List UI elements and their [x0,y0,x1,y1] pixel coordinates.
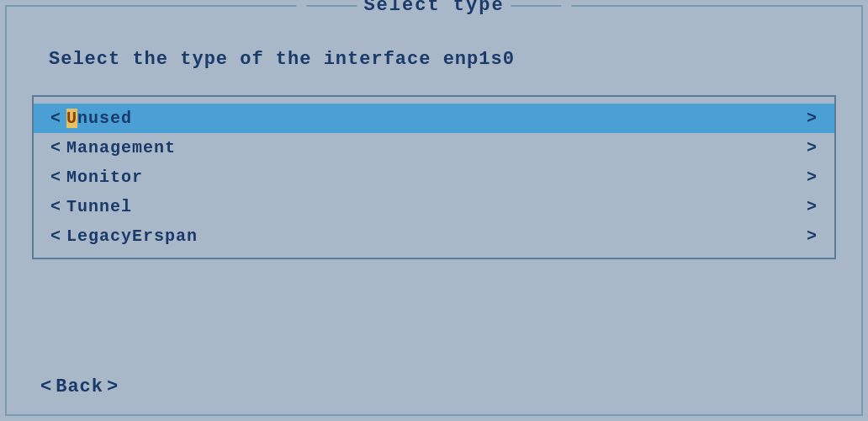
chevron-left-icon: < [50,138,61,157]
list-item-monitor-left: < Monitor [50,168,143,187]
list-item-tunnel[interactable]: < Tunnel > [34,192,834,221]
chevron-left-icon: < [50,197,61,216]
title-line-right [511,5,562,7]
list-item-unused[interactable]: < Unused > [34,104,834,133]
title-bar: Select type [296,0,571,16]
chevron-right-icon: > [807,226,818,246]
list-item-management-left: < Management [50,138,176,157]
item-label-legacyerspan: LegacyErspan [66,226,198,246]
item-label-monitor: Monitor [66,168,143,187]
dialog-title: Select type [363,0,504,16]
subtitle-text: Select the type of the interface enp1s0 [49,49,515,70]
item-label-management: Management [66,138,176,157]
item-label-rest: nused [77,109,132,128]
back-chevron-right: > [107,376,119,397]
chevron-left-icon: < [50,168,61,187]
back-button[interactable]: < Back > [40,376,119,397]
list-item-tunnel-left: < Tunnel [50,197,132,216]
chevron-right-icon: > [807,197,818,216]
highlight-char: U [66,109,77,128]
chevron-left-icon: < [50,109,61,128]
main-container: Select type Select the type of the inter… [5,5,863,416]
title-line-left [306,5,357,7]
list-item-legacyerspan-left: < LegacyErspan [50,226,198,246]
chevron-left-icon: < [50,226,61,246]
list-item-monitor[interactable]: < Monitor > [34,163,834,192]
chevron-right-icon: > [807,138,818,157]
list-item-legacyerspan[interactable]: < LegacyErspan > [34,221,834,251]
chevron-right-icon: > [807,168,818,187]
item-label-unused: Unused [66,109,132,128]
list-item-management[interactable]: < Management > [34,133,834,163]
item-label-tunnel: Tunnel [66,197,132,216]
type-list: < Unused > < Management > < Monitor > [32,95,836,259]
list-item-unused-left: < Unused [50,109,132,128]
chevron-right-icon: > [807,109,818,128]
back-label: Back [56,376,103,397]
back-chevron-left: < [40,376,52,397]
